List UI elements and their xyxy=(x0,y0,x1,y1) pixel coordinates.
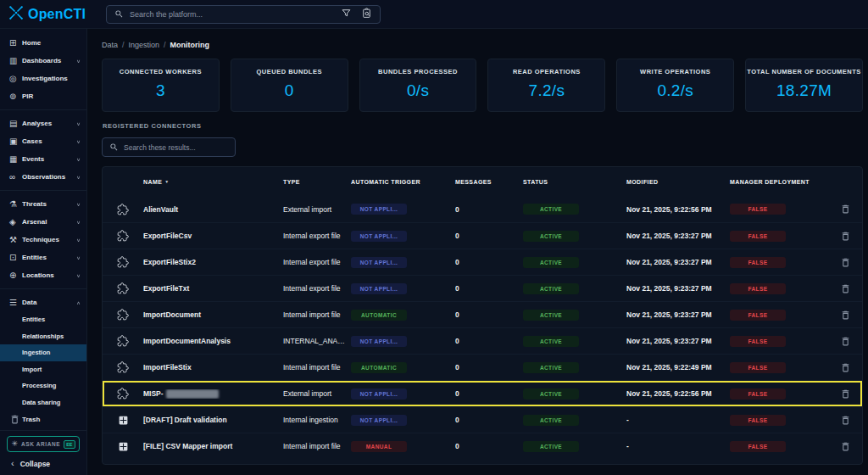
stat-value: 7.2/s xyxy=(529,81,565,100)
home-icon: ⊞ xyxy=(9,39,22,48)
delete-connector-button[interactable] xyxy=(840,415,851,426)
stat-value: 0.2/s xyxy=(657,81,693,100)
sidebar-item-ingestion[interactable]: Ingestion xyxy=(0,344,86,361)
delete-connector-button[interactable] xyxy=(840,231,851,242)
column-header-name[interactable]: NAME▼ xyxy=(143,179,283,185)
connector-name: [DRAFT] Draft validation xyxy=(143,416,227,424)
sidebar-item-home[interactable]: ⊞Home xyxy=(0,34,86,52)
table-row[interactable]: [DRAFT] Draft validationInternal ingesti… xyxy=(103,406,862,433)
sidebar-item-entities[interactable]: ⊡Entities∨ xyxy=(0,249,86,266)
table-row[interactable]: ExportFileTxtInternal export fileNOT APP… xyxy=(103,275,862,301)
filter-icon[interactable] xyxy=(341,7,352,22)
opencti-logo[interactable]: OpenCTI xyxy=(8,5,86,24)
ask-ariane-button[interactable]: ✳ ASK ARIANE EE xyxy=(7,436,80,452)
table-row[interactable]: MISP-External importNOT APPLI...0ACTIVEN… xyxy=(103,380,862,406)
delete-connector-button[interactable] xyxy=(840,388,851,400)
column-header-manager-deployment[interactable]: MANAGER DEPLOYMENT xyxy=(730,179,840,185)
connector-name: ImportFileStix xyxy=(143,363,192,372)
delete-connector-button[interactable] xyxy=(840,336,851,347)
search-icon xyxy=(109,140,119,155)
connectors-table: NAME▼TYPEAUTOMATIC TRIGGERMESSAGESSTATUS… xyxy=(102,166,863,465)
sidebar-item-label: Home xyxy=(22,39,81,47)
platform-search[interactable] xyxy=(106,5,381,24)
chevron-down-icon: ∨ xyxy=(76,201,81,206)
table-row[interactable]: ExportFileStix2Internal export fileNOT A… xyxy=(103,249,862,275)
sidebar-item-threats[interactable]: ⚗Threats∨ xyxy=(0,195,86,213)
table-row[interactable]: AlienVaultExternal importNOT APPLI...0AC… xyxy=(103,196,862,222)
sidebar-item-trash[interactable]: Trash xyxy=(0,411,86,426)
manager-deployment-badge: FALSE xyxy=(730,388,786,400)
platform-search-input[interactable] xyxy=(130,10,335,19)
column-header-label: MANAGER DEPLOYMENT xyxy=(730,179,810,185)
messages-count: 0 xyxy=(455,416,523,424)
column-header-automatic-trigger[interactable]: AUTOMATIC TRIGGER xyxy=(351,179,455,185)
delete-connector-button[interactable] xyxy=(840,204,851,215)
paste-search-icon[interactable] xyxy=(361,7,372,22)
table-row[interactable]: ImportDocumentAnalysisINTERNAL_ANALY...N… xyxy=(103,327,862,354)
sidebar-item-import[interactable]: Import xyxy=(0,361,86,378)
connector-name: ImportDocumentAnalysis xyxy=(143,337,231,345)
breadcrumb-ingestion[interactable]: Ingestion xyxy=(129,41,160,49)
sidebar-item-locations[interactable]: ⊕Locations∨ xyxy=(0,266,86,284)
delete-connector-button[interactable] xyxy=(840,257,851,268)
breadcrumb-monitoring: Monitoring xyxy=(170,41,210,49)
modified-date: Nov 21, 2025, 9:23:27 PM xyxy=(626,337,730,345)
breadcrumb: Data/Ingestion/Monitoring xyxy=(102,41,209,49)
collapse-label: Collapse xyxy=(20,460,50,468)
results-search-input[interactable] xyxy=(124,143,228,152)
manager-deployment-badge: FALSE xyxy=(730,441,786,452)
sidebar-item-label: Investigations xyxy=(22,75,81,82)
sidebar-item-label: Processing xyxy=(22,382,81,389)
stat-value: 3 xyxy=(156,81,165,100)
collapse-button[interactable]: ‹ Collapse xyxy=(0,456,86,473)
sidebar-item-arsenal[interactable]: ◈Arsenal∨ xyxy=(0,213,86,231)
sidebar-item-data-sharing[interactable]: Data sharing xyxy=(0,394,86,411)
left-sidebar: ⊞Home▥Dashboards∨◎Investigations⊚PIR▤Ana… xyxy=(0,29,87,475)
table-row[interactable]: ImportDocumentInternal import fileAUTOMA… xyxy=(103,301,862,327)
sidebar-item-events[interactable]: ▦Events∨ xyxy=(0,150,86,168)
sidebar-item-cases[interactable]: ▣Cases∨ xyxy=(0,132,86,150)
manager-deployment-badge: FALSE xyxy=(730,283,786,294)
sidebar-item-dashboards[interactable]: ▥Dashboards∨ xyxy=(0,52,86,70)
sidebar-item-processing[interactable]: Processing xyxy=(0,377,86,394)
results-search[interactable] xyxy=(102,137,236,157)
sidebar-item-entities[interactable]: Entities xyxy=(0,311,86,328)
table-row[interactable]: ImportFileStixInternal import fileAUTOMA… xyxy=(103,354,862,380)
sidebar-item-observations[interactable]: ∞Observations∨ xyxy=(0,168,86,186)
sidebar-item-techniques[interactable]: ⚒Techniques∨ xyxy=(0,231,86,249)
delete-connector-button[interactable] xyxy=(840,310,851,321)
column-header-type[interactable]: TYPE xyxy=(283,179,351,185)
sidebar-item-label: Data sharing xyxy=(22,399,81,406)
breadcrumb-data[interactable]: Data xyxy=(102,41,118,49)
sidebar-item-label: Relationships xyxy=(22,332,81,340)
delete-connector-button[interactable] xyxy=(840,362,851,373)
stat-card-write-operations: WRITE OPERATIONS0.2/s xyxy=(616,59,734,112)
connector-type: Internal import file xyxy=(283,363,351,372)
sidebar-item-data[interactable]: ☰Data∧ xyxy=(0,293,86,311)
messages-count: 0 xyxy=(455,205,523,214)
delete-connector-button[interactable] xyxy=(840,283,851,294)
sidebar-item-investigations[interactable]: ◎Investigations xyxy=(0,70,86,87)
delete-connector-button[interactable] xyxy=(840,441,851,452)
sidebar-item-analyses[interactable]: ▤Analyses∨ xyxy=(0,115,86,132)
ee-badge: EE xyxy=(64,440,75,449)
puzzle-connector-icon xyxy=(103,388,143,400)
column-header-status[interactable]: STATUS xyxy=(523,179,626,185)
puzzle-connector-icon xyxy=(103,309,143,321)
sidebar-item-pir[interactable]: ⊚PIR xyxy=(0,87,86,105)
column-header-messages[interactable]: MESSAGES xyxy=(455,179,523,185)
modified-date: Nov 21, 2025, 9:23:27 PM xyxy=(626,284,730,293)
column-header-modified[interactable]: MODIFIED xyxy=(626,179,730,185)
sidebar-item-relationships[interactable]: Relationships xyxy=(0,328,86,345)
stat-label: READ OPERATIONS xyxy=(513,68,581,75)
divider xyxy=(0,288,86,289)
messages-count: 0 xyxy=(455,389,523,398)
sidebar-item-label: Import xyxy=(22,366,81,373)
automatic-trigger-badge: AUTOMATIC xyxy=(351,362,407,373)
table-row[interactable]: [FILE] CSV Mapper importInternal import … xyxy=(103,433,862,459)
connector-type: Internal export file xyxy=(283,258,351,266)
arsenal-icon: ◈ xyxy=(9,218,22,226)
table-row[interactable]: ExportFileCsvInternal export fileNOT APP… xyxy=(103,222,862,249)
status-badge: ACTIVE xyxy=(523,388,579,400)
messages-count: 0 xyxy=(455,337,523,345)
